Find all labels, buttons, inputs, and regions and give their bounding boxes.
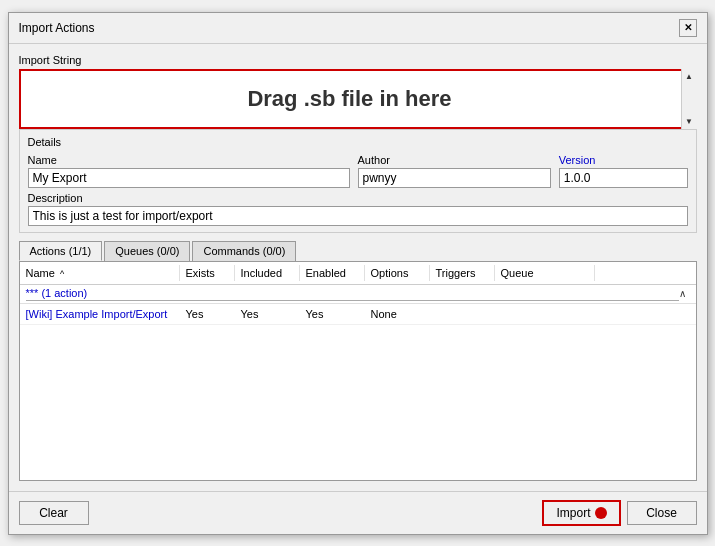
group-header-row: *** (1 action) ∧ [20, 285, 696, 304]
close-window-button[interactable]: ✕ [679, 19, 697, 37]
col-header-exists: Exists [180, 265, 235, 281]
import-label: Import [556, 506, 590, 520]
close-button[interactable]: Close [627, 501, 697, 525]
col-header-options: Options [365, 265, 430, 281]
import-actions-dialog: Import Actions ✕ Import String Drag .sb … [8, 12, 708, 535]
group-collapse-arrow[interactable]: ∧ [679, 288, 686, 299]
table-row: [Wiki] Example Import/Export Yes Yes Yes… [20, 304, 696, 325]
author-input[interactable] [358, 168, 551, 188]
version-input[interactable] [559, 168, 688, 188]
col-header-name[interactable]: Name ^ [20, 265, 180, 281]
version-label: Version [559, 154, 688, 166]
drag-placeholder: Drag .sb file in here [247, 86, 451, 112]
dialog-footer: Clear Import Close [9, 491, 707, 534]
col-header-triggers: Triggers [430, 265, 495, 281]
name-input[interactable] [28, 168, 350, 188]
actions-table: Name ^ Exists Included Enabled Options T… [19, 261, 697, 481]
dialog-title: Import Actions [19, 21, 95, 35]
sort-arrow: ^ [60, 269, 64, 279]
tabs-row: Actions (1/1) Queues (0/0) Commands (0/0… [19, 241, 697, 261]
description-row: Description [28, 192, 688, 226]
table-header: Name ^ Exists Included Enabled Options T… [20, 262, 696, 285]
cell-name: [Wiki] Example Import/Export [20, 306, 180, 322]
import-string-dropzone[interactable]: Drag .sb file in here [19, 69, 697, 129]
cell-included: Yes [235, 306, 300, 322]
import-button[interactable]: Import [542, 500, 620, 526]
col-header-enabled: Enabled [300, 265, 365, 281]
details-top-row: Name Author Version [28, 154, 688, 188]
import-dot-icon [595, 507, 607, 519]
details-section: Details Name Author Version Description [19, 129, 697, 233]
cell-queue [495, 312, 595, 316]
import-string-wrapper: Drag .sb file in here ▲ ▼ [19, 69, 697, 129]
tab-queues[interactable]: Queues (0/0) [104, 241, 190, 261]
footer-right-buttons: Import Close [542, 500, 696, 526]
details-label: Details [28, 136, 688, 148]
title-bar: Import Actions ✕ [9, 13, 707, 44]
scroll-down-arrow[interactable]: ▼ [683, 115, 695, 128]
cell-exists: Yes [180, 306, 235, 322]
version-field-group: Version [559, 154, 688, 188]
description-input[interactable] [28, 206, 688, 226]
group-name: *** (1 action) [26, 287, 679, 301]
import-string-label: Import String [19, 54, 697, 66]
col-header-queue: Queue [495, 265, 595, 281]
author-label: Author [358, 154, 551, 166]
cell-enabled: Yes [300, 306, 365, 322]
import-scrollbar: ▲ ▼ [681, 69, 697, 129]
cell-triggers [430, 312, 495, 316]
action-group: *** (1 action) ∧ [Wiki] Example Import/E… [20, 285, 696, 325]
cell-options: None [365, 306, 430, 322]
description-label: Description [28, 192, 688, 204]
tab-actions[interactable]: Actions (1/1) [19, 241, 103, 261]
col-header-included: Included [235, 265, 300, 281]
name-label: Name [28, 154, 350, 166]
dialog-body: Import String Drag .sb file in here ▲ ▼ … [9, 44, 707, 491]
clear-button[interactable]: Clear [19, 501, 89, 525]
name-field-group: Name [28, 154, 350, 188]
author-field-group: Author [358, 154, 551, 188]
scroll-up-arrow[interactable]: ▲ [683, 70, 695, 83]
tab-commands[interactable]: Commands (0/0) [192, 241, 296, 261]
